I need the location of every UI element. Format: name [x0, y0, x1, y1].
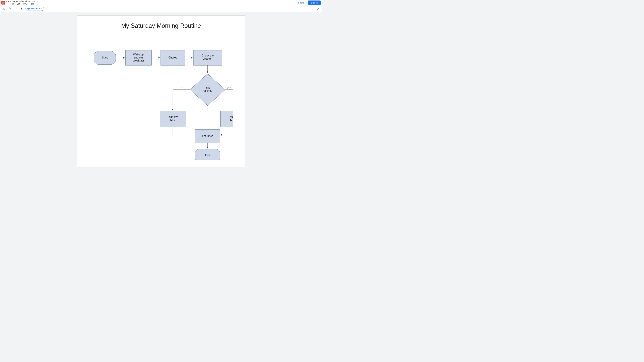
zoom-in-icon: + — [16, 7, 18, 10]
zoom-out-icon: 🔍 — [8, 7, 12, 10]
flowchart-title: My Saturday Morning Routine — [81, 22, 241, 29]
svg-rect-3 — [2, 3, 4, 3]
menu-help[interactable]: Help — [28, 2, 35, 5]
cloud-save-icon: ☁ — [36, 0, 38, 3]
pointer-button[interactable] — [20, 7, 25, 11]
ride-bike-line2: bike — [170, 119, 175, 122]
weather-line1: Check the — [202, 54, 214, 57]
document-canvas: My Saturday Morning Routine Start Wake u… — [77, 15, 245, 167]
chores-label: Chores — [168, 56, 177, 59]
menu-file[interactable]: File — [9, 2, 15, 5]
svg-rect-1 — [2, 2, 4, 2]
zoom-minus-icon: − — [12, 7, 14, 10]
raining-line2: raining? — [203, 89, 212, 92]
wakeup-line3: breakfast — [133, 59, 144, 62]
menu-view[interactable]: View — [21, 2, 28, 5]
view-only-button[interactable]: View only — [26, 7, 44, 11]
top-bar: Saturday Routine Flowchart ☁ File Edit V… — [0, 0, 322, 5]
app-icon — [1, 1, 5, 4]
read-book-line1: Read a — [229, 115, 233, 118]
toolbar: 🖨 🔍 − + View only — [0, 5, 322, 12]
collapse-icon — [317, 7, 319, 10]
chevron-down-icon — [40, 8, 42, 9]
svg-point-5 — [28, 8, 29, 9]
zoom-out-button[interactable]: 🔍 − — [7, 6, 15, 11]
pointer-icon — [21, 7, 24, 10]
menu-edit[interactable]: Edit — [15, 2, 21, 5]
wakeup-line1: Wake up — [133, 53, 144, 56]
collapse-button[interactable] — [316, 7, 321, 10]
svg-rect-2 — [2, 3, 4, 3]
ride-bike-line1: Ride my — [168, 115, 178, 118]
view-only-label: View only — [30, 7, 40, 10]
weather-line2: weather — [203, 57, 213, 60]
read-book-line2: book — [230, 119, 233, 122]
zoom-in-button[interactable]: + — [15, 7, 19, 11]
flowchart-svg: Start Wake up and eat breakfast Chores C… — [89, 38, 233, 160]
topbar-right: Share Sign in — [296, 0, 321, 5]
raining-line1: Is it — [206, 86, 210, 89]
share-button[interactable]: Share — [296, 1, 307, 5]
main-content: My Saturday Morning Routine Start Wake u… — [0, 12, 322, 181]
eye-icon — [27, 7, 30, 10]
no-label: no — [180, 86, 183, 88]
eat-lunch-label: Eat lunch — [202, 135, 213, 137]
zoom-controls: 🔍 − + — [7, 6, 19, 11]
wakeup-line2: and eat — [134, 56, 143, 59]
end-label: End — [205, 154, 210, 157]
signin-button[interactable]: Sign in — [308, 0, 321, 5]
print-icon: 🖨 — [3, 7, 5, 10]
title-menu-area: Saturday Routine Flowchart ☁ File Edit V… — [6, 0, 38, 5]
start-label: Start — [102, 56, 108, 59]
yes-label: yes — [227, 86, 231, 88]
print-button[interactable]: 🖨 — [1, 7, 6, 11]
